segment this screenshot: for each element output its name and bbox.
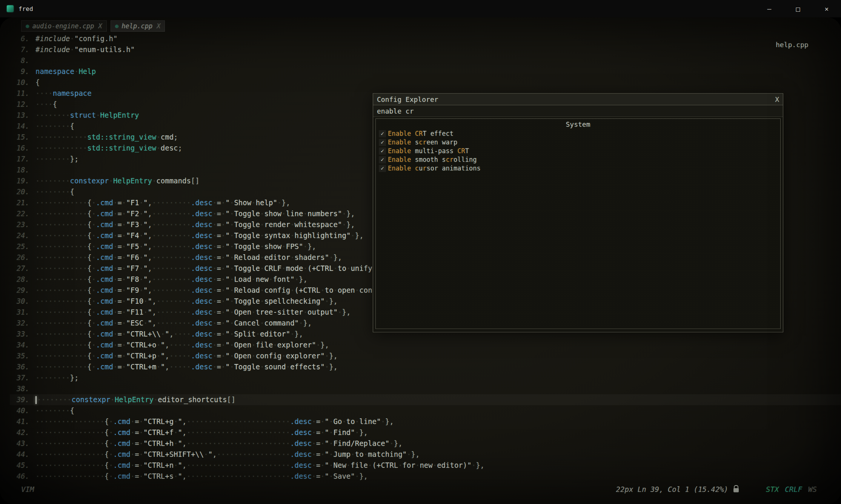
line-number: 14.	[10, 121, 29, 132]
config-item[interactable]: ✓Enable cursor animations	[376, 164, 780, 173]
config-list: System ✓Enable CRT effect✓Enable screen …	[375, 118, 781, 329]
current-file-label: help.cpp	[776, 41, 809, 49]
tab-bar: ⊕audio-engine.cppX⊕help.cppX	[21, 20, 165, 32]
status-flag-ws[interactable]: WS	[808, 485, 817, 493]
tab-close-button[interactable]: X	[98, 22, 102, 30]
line-content: ················{·.cmd·=·"CTRL+h·",·····…	[35, 438, 403, 449]
line-content: ····{	[35, 99, 57, 110]
line-content: ············{·.cmd·=·"F8·",·········.des…	[35, 274, 307, 285]
line-content: #include·"config.h"	[35, 33, 117, 44]
code-line[interactable]: 44.················{·.cmd·=·"CTRL+SHIFT+…	[10, 449, 841, 460]
line-number: 26.	[10, 252, 29, 263]
config-item[interactable]: ✓Enable screen warp	[376, 138, 780, 147]
code-line[interactable]: 46.················{·.cmd·=·"CTRL+s·",··…	[10, 471, 841, 482]
text-cursor	[35, 396, 37, 404]
config-explorer-popup: Config Explorer X enable cr System ✓Enab…	[373, 93, 783, 332]
config-item-label: Enable CRT effect	[388, 129, 454, 138]
line-content: ············{·.cmd·=·"F7·",·········.des…	[35, 263, 394, 274]
line-number: 23.	[10, 219, 29, 230]
line-content: ············{·.cmd·=·"F4·",·········.des…	[35, 230, 364, 241]
line-content: ············{·.cmd·=·"F2·",·········.des…	[35, 208, 355, 219]
code-line[interactable]: 34.············{·.cmd·=·"CTRL+o·",·····.…	[10, 340, 841, 350]
line-number: 21.	[10, 197, 29, 208]
config-search-value: enable cr	[377, 107, 414, 115]
code-line[interactable]: 42.················{·.cmd·=·"CTRL+f·",··…	[10, 427, 841, 438]
config-search-input[interactable]: enable cr	[373, 105, 783, 117]
lock-icon	[733, 488, 739, 492]
line-number: 37.	[10, 372, 29, 383]
popup-close-button[interactable]: X	[775, 95, 779, 103]
line-number: 11.	[10, 88, 29, 99]
code-line[interactable]: 39.········constexpr·HelpEntry·editor_sh…	[10, 394, 841, 405]
line-content: ············{·.cmd·=·"CTRL+m·",·····.des…	[35, 361, 338, 372]
line-number: 27.	[10, 263, 29, 274]
status-flag-stx[interactable]: STX	[766, 485, 779, 493]
code-line[interactable]: 37.········};	[10, 372, 841, 383]
config-item[interactable]: ✓Enable multi-pass CRT	[376, 147, 780, 155]
code-line[interactable]: 8.	[10, 55, 841, 66]
code-line[interactable]: 9.namespace·Help	[10, 66, 841, 77]
status-bar: 22px Ln 39, Col 1 (15.42%) STXCRLFWS	[616, 485, 817, 493]
line-content: ················{·.cmd·=·"CTRL+f·",·····…	[35, 427, 368, 438]
code-line[interactable]: 6.#include·"config.h"	[10, 33, 841, 44]
cpp-file-icon: ⊕	[26, 23, 29, 30]
config-item[interactable]: ✓Enable CRT effect	[376, 129, 780, 138]
minimize-button[interactable]: —	[765, 5, 774, 13]
tab-close-button[interactable]: X	[157, 22, 160, 30]
tab-help.cpp[interactable]: ⊕help.cppX	[111, 20, 165, 32]
checkbox-checked-icon[interactable]: ✓	[379, 130, 386, 137]
line-number: 19.	[10, 175, 29, 186]
line-number: 20.	[10, 186, 29, 197]
code-line[interactable]: 43.················{·.cmd·=·"CTRL+h·",··…	[10, 438, 841, 449]
line-number: 35.	[10, 350, 29, 361]
cursor-position-info: 22px Ln 39, Col 1 (15.42%)	[616, 485, 728, 493]
status-flags: STXCRLFWS	[766, 485, 817, 493]
line-number: 40.	[10, 405, 29, 416]
config-item[interactable]: ✓Enable smooth scrolling	[376, 155, 780, 164]
window-controls: — □ ×	[765, 5, 834, 13]
code-line[interactable]: 10.{	[10, 77, 841, 88]
line-number: 36.	[10, 361, 29, 372]
checkbox-checked-icon[interactable]: ✓	[379, 139, 386, 146]
line-content: ················{·.cmd·=·"CTRL+g·",·····…	[35, 416, 394, 427]
app-icon	[7, 5, 14, 12]
maximize-button[interactable]: □	[793, 5, 803, 13]
config-item-label: Enable cursor animations	[388, 164, 481, 173]
code-line[interactable]: 40.········{	[10, 405, 841, 416]
line-content: ········{	[35, 186, 74, 197]
popup-titlebar: Config Explorer X	[373, 94, 783, 105]
line-number: 17.	[10, 154, 29, 164]
close-button[interactable]: ×	[822, 5, 831, 13]
line-content: ············{·.cmd·=·"F6·",·········.des…	[35, 252, 342, 263]
tab-audio-engine.cpp[interactable]: ⊕audio-engine.cppX	[21, 20, 107, 32]
line-content: ············{·.cmd·=·"F9·",·········.des…	[35, 285, 407, 296]
line-content: ········{	[35, 121, 74, 132]
line-number: 41.	[10, 416, 29, 427]
checkbox-checked-icon[interactable]: ✓	[379, 156, 386, 163]
code-line[interactable]: 36.············{·.cmd·=·"CTRL+m·",·····.…	[10, 361, 841, 372]
crt-editor-screen: ⊕audio-engine.cppX⊕help.cppX help.cpp 6.…	[0, 17, 841, 504]
code-line[interactable]: 38.	[10, 383, 841, 394]
checkbox-checked-icon[interactable]: ✓	[379, 165, 386, 172]
code-line[interactable]: 35.············{·.cmd·=·"CTRL+p·",·····.…	[10, 350, 841, 361]
line-number: 46.	[10, 471, 29, 482]
line-content: ····namespace	[35, 88, 92, 99]
checkbox-checked-icon[interactable]: ✓	[379, 148, 386, 155]
line-content: ············{·.cmd·=·"F10·",········.des…	[35, 296, 338, 307]
code-line[interactable]: 41.················{·.cmd·=·"CTRL+g·",··…	[10, 416, 841, 427]
popup-title: Config Explorer	[377, 95, 438, 103]
line-number: 8.	[10, 55, 29, 66]
cpp-file-icon: ⊕	[115, 23, 119, 30]
line-content: ············{·.cmd·=·"CTRL+\\·",····.des…	[35, 329, 303, 340]
line-content: ············std::string_view·cmd;	[35, 132, 178, 143]
line-content: ········constexpr·HelpEntry·commands[]	[35, 175, 200, 186]
status-flag-crlf[interactable]: CRLF	[785, 485, 802, 493]
line-content: ············{·.cmd·=·"F11·",········.des…	[35, 307, 351, 318]
code-line[interactable]: 45.················{·.cmd·=·"CTRL+n·",··…	[10, 460, 841, 471]
line-content: ············{·.cmd·=·"ESC·",········.des…	[35, 318, 312, 329]
code-line[interactable]: 7.#include·"enum-utils.h"	[10, 44, 841, 55]
line-content: namespace·Help	[35, 66, 96, 77]
line-number: 9.	[10, 66, 29, 77]
line-number: 15.	[10, 132, 29, 143]
line-content: {	[35, 77, 40, 88]
